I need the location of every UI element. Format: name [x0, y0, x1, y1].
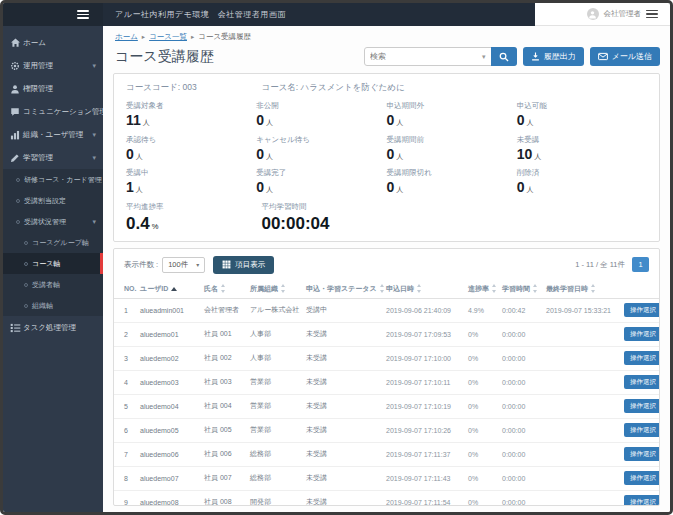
column-header-6[interactable]: 申込日時 — [384, 280, 466, 299]
stat-value: 0人 — [126, 146, 256, 164]
stat-unit: 人 — [396, 119, 403, 126]
stat-cell: キャンセル待ち0人 — [256, 135, 386, 164]
sidebar-item-task-processing-management[interactable]: タスク処理管理 — [3, 316, 103, 339]
breadcrumb-link[interactable]: コース一覧 — [149, 32, 187, 41]
cell-last-learned-at — [544, 394, 622, 418]
chevron-down-icon: ▾ — [90, 62, 96, 70]
sidebar-item-permission-management[interactable]: 権限管理 — [3, 77, 103, 100]
column-settings-button[interactable]: 項目表示 — [213, 256, 274, 274]
stat-unit: 人 — [527, 119, 534, 126]
sidebar-item-org-user-management[interactable]: 組織・ユーザ管理▾ — [3, 123, 103, 146]
user-icon — [10, 84, 23, 94]
send-mail-label: メール送信 — [612, 51, 652, 62]
column-header-label: 申込・学習ステータス — [306, 285, 377, 292]
bullet-icon — [16, 178, 20, 182]
cell-applied-at: 2019-09-07 17:11:54 — [384, 490, 466, 506]
sidebar-item-communication-management[interactable]: コミュニケーション管理▾ — [3, 100, 103, 123]
column-header-1: NO. — [114, 280, 138, 299]
page-size-select[interactable]: 100件 ▾ — [162, 257, 205, 273]
action-select-button[interactable]: 操作選択▾ — [624, 447, 660, 461]
cell-org: 営業部 — [248, 394, 304, 418]
column-header-label: NO. — [124, 285, 136, 292]
cell-no: 7 — [114, 442, 138, 466]
cell-name: 社員 002 — [202, 346, 248, 370]
cell-actions: 操作選択▾ — [622, 322, 660, 346]
column-header-label: 所属組織 — [250, 285, 278, 292]
column-header-7[interactable]: 進捗率 — [466, 280, 500, 299]
sidebar-item-label: 受講割当設定 — [24, 196, 66, 206]
cell-last-learned-at — [544, 442, 622, 466]
sidebar-toggle-icon[interactable] — [77, 8, 89, 21]
sidebar-item-label: コース軸 — [32, 259, 60, 269]
user-menu-area: 会社管理者 — [535, 3, 670, 26]
app-window: アルー社内利用デモ環境 会社管理者用画面 会社管理者 ホーム運用管理▾権限管理コ… — [0, 0, 673, 515]
action-select-button[interactable]: 操作選択▾ — [624, 351, 660, 365]
column-header-3[interactable]: 氏名 — [202, 280, 248, 299]
column-header-5[interactable]: 申込・学習ステータス — [304, 280, 384, 299]
action-select-button[interactable]: 操作選択▾ — [624, 327, 660, 341]
search-input[interactable] — [365, 49, 477, 65]
sidebar-item-attendance-status-management[interactable]: 受講状況管理▾ — [3, 211, 103, 232]
user-name[interactable]: 会社管理者 — [604, 9, 642, 19]
table-row: 5aluedemo04社員 004営業部未受講2019-09-07 17:10:… — [114, 394, 660, 418]
action-select-button[interactable]: 操作選択▾ — [624, 303, 660, 317]
sidebar-item-learning-management[interactable]: 学習管理▾ — [3, 146, 103, 169]
home-icon — [10, 37, 23, 48]
sidebar-item-operations-management[interactable]: 運用管理▾ — [3, 54, 103, 77]
cell-user-id: alueadmin001 — [138, 298, 202, 322]
sidebar-item-organization-axis[interactable]: 組織軸 — [3, 295, 103, 316]
sidebar-item-course-axis[interactable]: コース軸 — [3, 253, 103, 274]
course-code: コースコード: 003 — [126, 82, 261, 94]
cell-org: 営業部 — [248, 370, 304, 394]
chevron-down-icon: ▾ — [659, 403, 660, 409]
sidebar-item-course-group-axis[interactable]: コースグループ軸 — [3, 232, 103, 253]
user-menu-icon[interactable] — [646, 8, 658, 21]
action-select-button[interactable]: 操作選択▾ — [624, 399, 660, 413]
action-select-button[interactable]: 操作選択▾ — [624, 375, 660, 389]
action-select-label: 操作選択 — [630, 378, 656, 387]
column-header-8[interactable]: 学習時間 — [500, 280, 544, 299]
column-header-9[interactable]: 最終学習日時 — [544, 280, 622, 299]
table-row: 2aluedemo01社員 001人事部未受講2019-09-07 17:09:… — [114, 322, 660, 346]
cell-progress: 4.9% — [466, 298, 500, 322]
stat-unit: 人 — [136, 186, 143, 193]
sidebar-item-attendee-axis[interactable]: 受講者軸 — [3, 274, 103, 295]
stat-unit: 人 — [136, 153, 143, 160]
stat-unit: 人 — [266, 119, 273, 126]
action-select-button[interactable]: 操作選択▾ — [624, 471, 660, 485]
cell-learning-time: 0:00:42 — [500, 298, 544, 322]
cell-status: 未受講 — [304, 370, 384, 394]
stat-value: 0人 — [517, 179, 647, 197]
grid-icon — [222, 260, 231, 269]
sidebar-item-attendance-assignment-settings[interactable]: 受講割当設定 — [3, 190, 103, 211]
table-row: 7aluedemo06社員 006総務部未受講2019-09-07 17:11:… — [114, 442, 660, 466]
search-scope-caret-icon[interactable]: ▾ — [477, 53, 491, 61]
stat-label: 受講対象者 — [126, 101, 256, 111]
export-history-button[interactable]: 履歴出力 — [523, 47, 584, 66]
tasks-icon — [10, 323, 23, 333]
cell-no: 2 — [114, 322, 138, 346]
sidebar-item-training-course-card-management[interactable]: 研修コース・カード管理▾ — [3, 169, 103, 190]
cell-applied-at: 2019-09-07 17:10:26 — [384, 418, 466, 442]
sidebar-item-label: 受講状況管理 — [24, 217, 66, 227]
cell-last-learned-at — [544, 370, 622, 394]
column-settings-label: 項目表示 — [235, 260, 265, 270]
pagination-area: 1 - 11 / 全 11件 1 — [575, 257, 649, 272]
stat-label: 受講期限切れ — [387, 168, 517, 178]
cell-applied-at: 2019-09-07 17:11:43 — [384, 466, 466, 490]
stat-value: 10人 — [517, 146, 647, 164]
cell-learning-time: 0:00:00 — [500, 394, 544, 418]
cell-no: 5 — [114, 394, 138, 418]
stat-value: 11人 — [126, 112, 256, 130]
sort-icon — [380, 284, 384, 293]
column-header-2[interactable]: ユーザID — [138, 280, 202, 299]
stat-value: 0人 — [256, 179, 386, 197]
sidebar-item-home[interactable]: ホーム — [3, 31, 103, 54]
send-mail-button[interactable]: メール送信 — [590, 47, 660, 66]
action-select-button[interactable]: 操作選択▾ — [624, 495, 660, 506]
action-select-button[interactable]: 操作選択▾ — [624, 423, 660, 437]
breadcrumb-link[interactable]: ホーム — [115, 32, 138, 41]
search-button[interactable] — [491, 47, 517, 66]
page-1-button[interactable]: 1 — [632, 257, 649, 272]
column-header-4[interactable]: 所属組織 — [248, 280, 304, 299]
